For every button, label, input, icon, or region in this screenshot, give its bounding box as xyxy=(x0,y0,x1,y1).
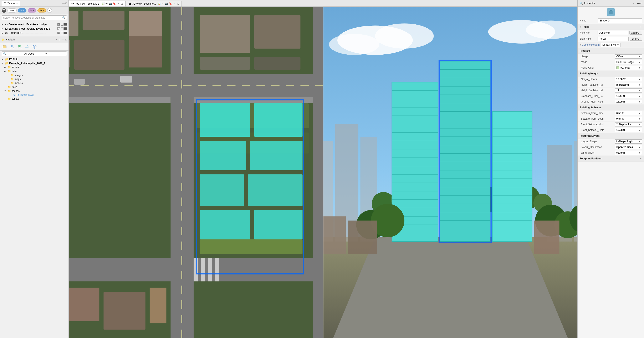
layer-lock-ctx[interactable] xyxy=(64,32,67,34)
rule-file-row: Rule File Generic M Assign... xyxy=(578,30,644,36)
nav-minimize-icon[interactable]: — xyxy=(62,38,64,41)
footprint-partition-section: Footprint Partition ▼ xyxy=(578,156,644,161)
tree-item-images[interactable]: ▶ 📁 images xyxy=(0,73,68,77)
inspector-header: 🔍 Inspector × — □ xyxy=(578,0,644,7)
rule-assign-btn[interactable]: Assign... xyxy=(630,31,642,35)
tree-item-esrilib[interactable]: ▶ 📁 ESRI.lib xyxy=(0,57,68,61)
nav-open-btn[interactable] xyxy=(2,44,8,50)
insp-minimize-btn[interactable]: — xyxy=(637,2,640,5)
inspector-close-btn[interactable]: × xyxy=(633,2,634,5)
camera-icon[interactable]: 📷 xyxy=(109,2,112,5)
scene-tab[interactable]: ☰ *Scene × xyxy=(1,1,20,6)
bookmark-icon-3d[interactable]: 🔖 xyxy=(169,2,172,5)
ground-floor-dropdown[interactable]: 15.09 ft ▼ xyxy=(615,100,642,104)
start-rule-select-btn[interactable]: Select... xyxy=(630,37,642,41)
minimize-btn[interactable]: — xyxy=(62,2,65,5)
height-var1-value: Increasing ▼ xyxy=(615,83,642,87)
layer-select-dev[interactable] xyxy=(61,23,64,26)
3d-view-tab[interactable]: 🏙 3D View - Scenario 1 📊 👁 📷 🔖 × □ xyxy=(126,1,182,7)
setback-street-dropdown[interactable]: 6.56 ft ▼ xyxy=(615,111,642,115)
mass-color-dropdown[interactable]: #c3e4ad ▼ xyxy=(615,66,642,70)
building-height-section: Building Height xyxy=(578,71,644,76)
3d-view-pane[interactable] xyxy=(324,7,578,338)
3d-view-close-btn[interactable]: × xyxy=(174,3,176,5)
navigator-close-btn[interactable]: × xyxy=(56,38,57,41)
stats-icon-3d[interactable]: 📊 xyxy=(158,2,161,5)
eye-icon[interactable]: 👁 xyxy=(106,2,108,5)
front-mode-label: Front_Setback_Mod xyxy=(581,123,615,126)
layer-select-ex[interactable] xyxy=(61,27,64,30)
add-scenario-btn[interactable]: + xyxy=(47,8,52,13)
tree-item-scripts[interactable]: ▶ 📁 scripts xyxy=(0,97,68,101)
layer-search-box[interactable]: 🔍 xyxy=(2,16,67,20)
footprint-partition-chevron[interactable]: ▼ xyxy=(640,157,642,160)
scene-header: Now Sc1 Sc2 Sc3 + xyxy=(0,7,68,14)
scenario-sc3-btn[interactable]: Sc3 xyxy=(38,8,46,13)
tree-item-cej[interactable]: ▶ ⚙ Philadelphia.cej xyxy=(0,93,68,97)
top-view-maximize-btn[interactable]: □ xyxy=(121,2,122,5)
tree-item-data[interactable]: ▶ 📁 data xyxy=(0,69,68,73)
layer-vis-dev[interactable] xyxy=(58,23,60,26)
restore-btn[interactable]: □ xyxy=(66,2,67,5)
camera-icon-3d[interactable]: 📷 xyxy=(165,2,168,5)
tree-item-maps[interactable]: ▶ 📁 maps xyxy=(0,77,68,81)
top-view-tab[interactable]: 🗺 Top View - Scenario 1 📊 👁 📷 🔖 × □ xyxy=(69,1,126,7)
start-rule-value-box[interactable]: Parcel xyxy=(598,37,628,41)
top-view-close-btn[interactable]: × xyxy=(118,3,119,5)
scenario-now-btn[interactable]: Now xyxy=(8,8,17,13)
rule-file-value-box[interactable]: Generic M xyxy=(598,31,628,35)
nav-group-btn[interactable] xyxy=(17,44,22,50)
mode-dropdown[interactable]: Color By Usage ▼ xyxy=(615,60,642,64)
top-view-pane[interactable] xyxy=(69,7,323,338)
scenario-sc2-btn[interactable]: Sc2 xyxy=(28,8,36,13)
nav-cloud-btn[interactable] xyxy=(24,44,30,50)
layer-vis-ctx[interactable] xyxy=(58,32,60,34)
nav-esri-btn[interactable]: E xyxy=(32,44,38,50)
tree-item-models[interactable]: ▶ 📁 models xyxy=(0,81,68,85)
layout-orient-dropdown[interactable]: Open To Back ▼ xyxy=(615,145,642,149)
layer-select-ctx[interactable] xyxy=(61,32,64,34)
layer-lock-ex[interactable] xyxy=(64,27,67,30)
style-group-label[interactable]: Generic Modern xyxy=(582,43,600,46)
rules-collapse-icon[interactable]: ▼ xyxy=(580,26,582,28)
ground-floor-label: Ground_Floor_Heig xyxy=(581,100,615,103)
nav-person-btn[interactable] xyxy=(9,44,15,50)
tree-item-philly[interactable]: ▼ 📁 Example_Philadelphia_2022_1 xyxy=(0,61,68,65)
tree-item-scenes[interactable]: ▼ 📁 scenes xyxy=(0,89,68,93)
style-collapse-icon[interactable]: ▼ xyxy=(580,44,582,46)
tree-item-assets[interactable]: ▶ 📁 assets xyxy=(0,65,68,69)
top-view-tab-icons: 📊 👁 📷 🔖 xyxy=(102,2,116,5)
usage-dropdown[interactable]: Office ▼ xyxy=(615,54,642,59)
wing-width-dropdown[interactable]: 52.49 ft ▼ xyxy=(615,151,642,155)
tree-item-rules[interactable]: ▶ 📁 rules xyxy=(0,85,68,89)
eye-icon-3d[interactable]: 👁 xyxy=(162,2,164,5)
style-dropdown[interactable]: Default Style ▼ xyxy=(601,43,620,47)
layer-search-input[interactable] xyxy=(3,16,62,19)
rules-more-btn[interactable]: ⋮ xyxy=(640,26,642,28)
layer-item-existing[interactable]: ▶ 🗂 Existing : West Area [2 layers | 49 … xyxy=(0,27,68,31)
layer-lock-dev[interactable] xyxy=(64,23,67,26)
front-mode-dropdown[interactable]: 2 Stepbacks ▼ xyxy=(615,122,642,126)
std-floor-dropdown[interactable]: 12.47 ft ▼ xyxy=(615,94,642,98)
front-dist-dropdown[interactable]: 19.68 ft ▼ xyxy=(615,128,642,132)
layer-vis-ex[interactable] xyxy=(58,27,60,30)
height-var2-dropdown[interactable]: 12 ▼ xyxy=(615,88,642,93)
height-var1-dropdown[interactable]: Increasing ▼ xyxy=(615,83,642,87)
3d-view-maximize-btn[interactable]: □ xyxy=(178,2,179,5)
setback-boun-dropdown[interactable]: 9.84 ft ▼ xyxy=(615,117,642,121)
insp-restore-btn[interactable]: □ xyxy=(640,2,642,5)
scenario-sc1-btn[interactable]: Sc1 xyxy=(18,8,26,13)
layout-shape-dropdown[interactable]: L-Shape Right ▼ xyxy=(615,139,642,143)
bookmark-icon[interactable]: 🔖 xyxy=(113,2,116,5)
nbr-floors-dropdown[interactable]: 19.06781 ▼ xyxy=(615,77,642,81)
top-view-tab-label: Top View - Scenario 1 xyxy=(75,2,100,5)
layer-item-context[interactable]: ▶ 🗂 ---CONTEXT--------------------------… xyxy=(0,31,68,35)
stats-icon[interactable]: 📊 xyxy=(102,2,105,5)
scene-tab-close[interactable]: × xyxy=(16,2,18,4)
layer-item-development[interactable]: ▶ 🗂 Development : East Area [1 obje xyxy=(0,22,68,27)
nav-restore-icon[interactable]: □ xyxy=(65,38,67,41)
svg-point-52 xyxy=(329,34,379,55)
name-value-box[interactable]: Shape_0 xyxy=(598,18,642,23)
type-filter-dropdown[interactable]: 🔍 All types ▼ xyxy=(2,52,67,56)
nav-more-icon[interactable]: ⋮ xyxy=(58,38,60,41)
